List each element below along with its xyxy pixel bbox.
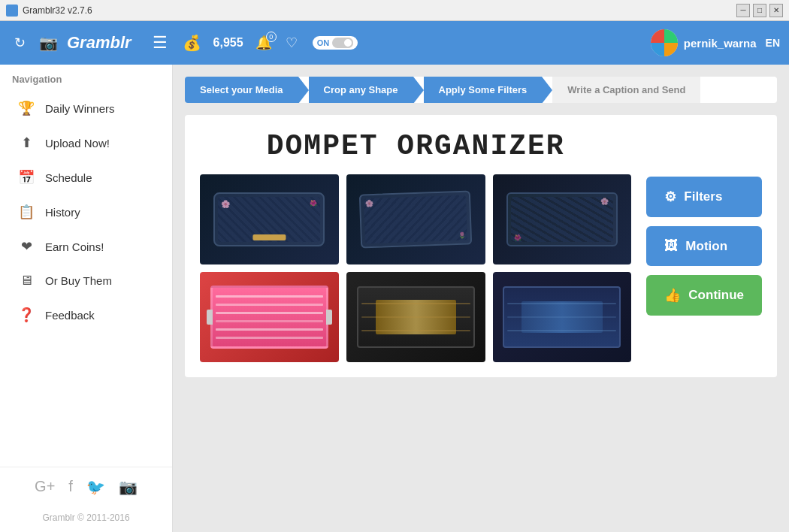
filters-icon: ⚙ [664,189,676,205]
filter-images-area: DOMPET ORGANIZER 🌸 🌺 [200,130,631,362]
motion-button[interactable]: 🖼 Motion [646,226,762,266]
question-icon: ❓ [18,307,35,323]
camera-icon: 📷 [39,34,58,52]
step-4-label: Write a Caption and Send [567,84,685,95]
avatar[interactable] [651,29,678,56]
window-controls[interactable]: ─ □ ✕ [736,4,783,17]
sidebar-label-earn-coins: Earn Coins! [45,240,104,253]
motion-icon: 🖼 [664,238,678,254]
step-select-media[interactable]: Select your Media [185,77,298,103]
toggle-switch[interactable]: ON [313,36,358,50]
image-6[interactable] [493,272,632,362]
continue-label: Continue [688,288,744,303]
nav-label: Navigation [0,74,172,91]
sidebar-item-earn-coins[interactable]: ❤ Earn Coins! [6,229,166,264]
toggle-knob [343,38,353,48]
steps-bar: Select your Media Crop any Shape Apply S… [185,77,777,103]
title-bar: Gramblr32 v2.7.6 ─ □ ✕ [0,0,789,21]
action-buttons: ⚙ Filters 🖼 Motion 👍 Continue [646,130,762,362]
sidebar-label-upload-now: Upload Now! [45,137,110,150]
calendar-icon: 📅 [18,169,35,186]
heart-icon[interactable]: ♡ [286,35,298,51]
brand-logo: Gramblr [67,33,132,53]
window-title: Gramblr32 v2.7.6 [23,5,736,16]
image-4[interactable] [200,272,339,362]
username-label: pernik_warna [684,37,757,50]
sidebar-item-feedback[interactable]: ❓ Feedback [6,298,166,332]
sidebar-label-or-buy-them: Or Buy Them [45,274,112,287]
sidebar-item-history[interactable]: 📋 History [6,195,166,229]
sidebar-item-upload-now[interactable]: ⬆ Upload Now! [6,125,166,160]
sidebar-footer: G+ f 🐦 📷 [0,467,172,506]
notification-badge: 0 [266,32,277,42]
image-2[interactable]: 🌸 🌷 [346,174,485,264]
refresh-button[interactable]: ↻ [9,35,30,51]
copyright-text: Gramblr © 2011-2016 [0,506,172,532]
sidebar-item-schedule[interactable]: 📅 Schedule [6,160,166,195]
sidebar: Navigation 🏆 Daily Winners ⬆ Upload Now!… [0,65,173,532]
sidebar-label-schedule: Schedule [45,171,92,184]
coins-count: 6,955 [213,36,243,50]
hamburger-menu[interactable]: ☰ [147,30,174,56]
image-3[interactable]: 🌸 🌺 [493,174,632,264]
filters-button[interactable]: ⚙ Filters [646,177,762,217]
main-layout: Navigation 🏆 Daily Winners ⬆ Upload Now!… [0,65,789,532]
image-grid: 🌸 🌺 🌸 🌷 [200,174,631,362]
content-area: Select your Media Crop any Shape Apply S… [173,65,789,532]
trophy-icon: 🏆 [18,100,35,116]
instagram-icon[interactable]: 📷 [119,478,138,496]
image-5[interactable] [346,272,485,362]
motion-label: Motion [685,239,727,254]
step-apply-filters[interactable]: Apply Some Filters [424,77,543,103]
minimize-button[interactable]: ─ [736,4,750,17]
continue-icon: 👍 [664,287,681,304]
step-caption-send[interactable]: Write a Caption and Send [552,77,700,103]
toggle-slider[interactable] [332,38,353,48]
user-area: pernik_warna EN [651,29,780,56]
maximize-button[interactable]: □ [753,4,766,17]
sidebar-label-history: History [45,206,80,219]
close-button[interactable]: ✕ [769,4,783,17]
sidebar-label-daily-winners: Daily Winners [45,102,115,115]
filter-panel: DOMPET ORGANIZER 🌸 🌺 [185,115,777,377]
sidebar-label-feedback: Feedback [45,309,95,322]
sidebar-item-daily-winners[interactable]: 🏆 Daily Winners [6,91,166,125]
notifications-area[interactable]: 🔔 0 [255,35,272,51]
monitor-icon: 🖥 [18,273,35,289]
toggle-label: ON [317,38,330,47]
step-1-label: Select your Media [200,84,283,95]
sidebar-item-or-buy-them[interactable]: 🖥 Or Buy Them [6,264,166,298]
facebook-icon[interactable]: f [68,478,73,496]
continue-button[interactable]: 👍 Continue [646,275,762,316]
step-crop-shape[interactable]: Crop any Shape [309,77,413,103]
image-1[interactable]: 🌸 🌺 [200,174,339,264]
step-2-label: Crop any Shape [324,84,398,95]
product-title: DOMPET ORGANIZER [200,130,631,162]
step-3-label: Apply Some Filters [439,84,528,95]
google-plus-icon[interactable]: G+ [35,478,55,496]
coins-icon: 💰 [183,34,201,52]
twitter-icon[interactable]: 🐦 [86,478,105,496]
top-nav: ↻ 📷 Gramblr ☰ 💰 6,955 🔔 0 ♡ ON pernik_wa… [0,21,789,65]
history-icon: 📋 [18,204,35,220]
filters-label: Filters [684,189,722,204]
upload-icon: ⬆ [18,135,35,151]
app-icon [6,5,18,17]
language-selector[interactable]: EN [766,37,780,49]
heart-coin-icon: ❤ [18,238,35,255]
